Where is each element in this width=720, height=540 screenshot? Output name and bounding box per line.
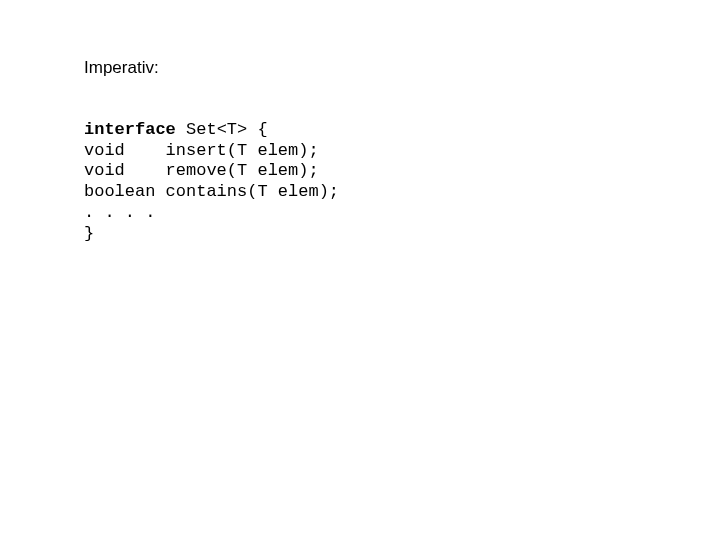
code-line-2: void insert(T elem); bbox=[84, 141, 319, 160]
code-line-5: . . . . bbox=[84, 203, 155, 222]
code-block: interface Set<T> { void insert(T elem); … bbox=[84, 120, 720, 244]
code-line-6: } bbox=[84, 224, 94, 243]
section-heading: Imperativ: bbox=[84, 58, 720, 78]
code-line-1-rest: Set<T> { bbox=[176, 120, 268, 139]
slide-content: Imperativ: interface Set<T> { void inser… bbox=[0, 0, 720, 244]
keyword-interface: interface bbox=[84, 120, 176, 139]
code-line-4: boolean contains(T elem); bbox=[84, 182, 339, 201]
code-line-3: void remove(T elem); bbox=[84, 161, 319, 180]
